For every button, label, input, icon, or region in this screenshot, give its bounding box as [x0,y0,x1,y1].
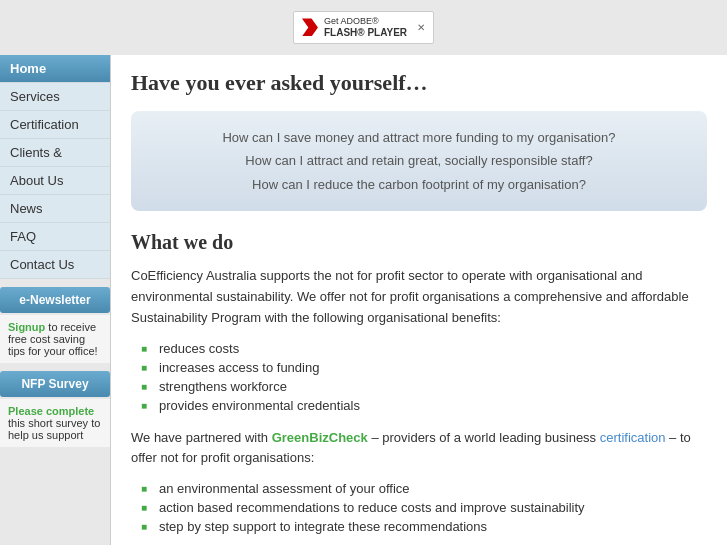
enewsletter-widget-content: Signup to receive free cost saving tips … [0,315,110,363]
sidebar-item-news[interactable]: News [0,195,110,223]
sidebar-item-contact[interactable]: Contact Us [0,251,110,279]
page-layout: Home Services Certification Clients & Ab… [0,55,727,545]
sidebar: Home Services Certification Clients & Ab… [0,55,110,545]
flash-text: Get ADOBE® FLASH® PLAYER [324,16,407,39]
benefit-4: provides environmental credentials [141,398,707,413]
what-we-do-title: What we do [131,231,707,254]
partner-benefit-3: step by step support to integrate these … [141,519,707,534]
page-title: Have you ever asked yourself… [131,70,707,96]
enewsletter-widget-title: e-Newsletter [0,287,110,313]
partner-benefit-1: an environmental assessment of your offi… [141,481,707,496]
flash-player-label: FLASH® PLAYER [324,27,407,39]
question-2: How can I attract and retain great, soci… [151,149,687,172]
sidebar-item-aboutus[interactable]: About Us [0,167,110,195]
question-3: How can I reduce the carbon footprint of… [151,173,687,196]
benefits-list: reduces costs increases access to fundin… [141,341,707,413]
top-bar: Get ADOBE® FLASH® PLAYER ✕ [0,0,727,55]
sidebar-item-certification[interactable]: Certification [0,111,110,139]
main-content: Have you ever asked yourself… How can I … [110,55,727,545]
partner-benefits-list: an environmental assessment of your offi… [141,481,707,534]
partner-benefit-2: action based recommendations to reduce c… [141,500,707,515]
flash-get-label: Get ADOBE® [324,16,407,27]
nfp-text: this short survey to help us support [8,417,100,441]
benefit-1: reduces costs [141,341,707,356]
nfp-survey-content: Please complete this short survey to hel… [0,399,110,447]
sidebar-item-home[interactable]: Home [0,55,110,83]
nfp-survey-widget-title: NFP Survey [0,371,110,397]
nfp-please-label[interactable]: Please complete [8,405,94,417]
partner-text-1: We have partnered with [131,430,272,445]
sidebar-item-faq[interactable]: FAQ [0,223,110,251]
benefit-2: increases access to funding [141,360,707,375]
question-box: How can I save money and attract more fu… [131,111,707,211]
partner-paragraph: We have partnered with GreenBizCheck – p… [131,428,707,470]
enewsletter-signup-link[interactable]: Signup [8,321,45,333]
description-text: CoEfficiency Australia supports the not … [131,266,707,328]
sidebar-item-services[interactable]: Services [0,83,110,111]
certification-link[interactable]: certification [600,430,666,445]
flash-badge[interactable]: Get ADOBE® FLASH® PLAYER ✕ [293,11,434,44]
flash-icon [302,18,318,36]
greenbizcheck-link[interactable]: GreenBizCheck [272,430,368,445]
benefit-3: strengthens workforce [141,379,707,394]
flash-close[interactable]: ✕ [417,22,425,33]
question-1: How can I save money and attract more fu… [151,126,687,149]
partner-text-2: – providers of a world leading business [368,430,600,445]
sidebar-item-clients[interactable]: Clients & [0,139,110,167]
